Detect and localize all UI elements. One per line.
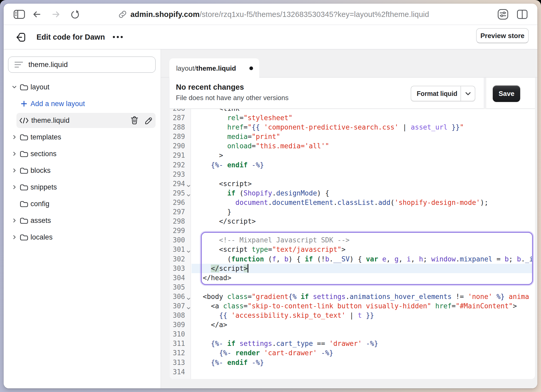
code-line-286[interactable]: <link <box>192 109 533 113</box>
code-line-291[interactable]: > <box>192 151 533 160</box>
delete-file-button[interactable] <box>130 112 139 129</box>
folder-icon <box>20 150 28 158</box>
chevron-right-icon <box>11 134 17 140</box>
sidebar-item-assets[interactable]: assets <box>4 212 161 229</box>
format-liquid-button[interactable]: Format liquid <box>411 86 475 102</box>
sidebar-item-snippets[interactable]: snippets <box>4 179 161 195</box>
code-line-310[interactable] <box>192 329 533 339</box>
sidebar-item-layout[interactable]: layout <box>4 79 161 95</box>
line-number: 287 <box>170 113 191 123</box>
forward-button[interactable] <box>48 4 64 25</box>
format-liquid-label: Format liquid <box>411 86 460 101</box>
code-line-290[interactable]: onload="this.media='all'" <box>192 141 533 151</box>
chevron-right-icon[interactable] <box>11 229 17 246</box>
code-line-304[interactable]: </head> <box>192 273 533 283</box>
action-label: Add a new layout <box>30 95 85 112</box>
code-line-306[interactable]: <body class="gradient{% if settings.anim… <box>192 292 533 301</box>
chevron-right-icon[interactable] <box>11 212 17 229</box>
chevron-right-icon[interactable] <box>11 179 17 195</box>
rename-file-button[interactable] <box>144 112 153 129</box>
exit-button[interactable] <box>14 31 28 44</box>
code-line-299[interactable] <box>192 226 533 235</box>
code-editor[interactable]: 2862872882892902912922932942952962972982… <box>170 109 535 379</box>
file-label: theme.liquid <box>31 112 70 129</box>
line-number: 310 <box>170 329 191 339</box>
code-line-302[interactable]: (function (f, b) { if (!b.__SV) { var e,… <box>192 254 533 264</box>
code-line-297[interactable]: } <box>192 207 533 217</box>
code-line-311[interactable]: {%- if settings.cart_type == 'drawer' -%… <box>192 339 533 348</box>
sidebar-item-locales[interactable]: locales <box>4 229 161 246</box>
file-search-input[interactable]: theme.liquid <box>8 57 156 73</box>
code-line-303[interactable]: </script> <box>192 264 533 273</box>
line-number: 314 <box>170 367 191 377</box>
plus-icon <box>20 100 28 107</box>
tab-theme-liquid[interactable]: layout/theme.liquid <box>169 58 259 78</box>
link-icon <box>118 10 127 19</box>
browser-toolbar: admin.shopify.com/store/rzq1xu-f5/themes… <box>4 4 537 25</box>
chevron-down-icon[interactable] <box>11 79 17 95</box>
folder-icon <box>20 217 28 224</box>
preview-store-button[interactable]: Preview store <box>476 28 529 43</box>
reload-icon <box>70 9 81 20</box>
address-bar[interactable]: admin.shopify.com/store/rzq1xu-f5/themes… <box>118 4 429 25</box>
save-button[interactable]: Save <box>493 85 520 102</box>
folder-label: snippets <box>30 179 57 195</box>
chevron-right-icon[interactable] <box>11 129 17 145</box>
code-line-309[interactable]: </a> <box>192 320 533 329</box>
more-actions-button[interactable] <box>110 30 126 44</box>
sidebar-item-sections[interactable]: sections <box>4 145 161 162</box>
browser-window: admin.shopify.com/store/rzq1xu-f5/themes… <box>4 4 537 388</box>
split-view-button[interactable] <box>515 4 530 25</box>
code-line-287[interactable]: rel="stylesheet" <box>192 113 533 123</box>
unsaved-dot <box>249 66 253 70</box>
back-button[interactable] <box>29 4 45 25</box>
code-line-292[interactable]: {%- endif -%} <box>192 160 533 170</box>
format-liquid-dropdown[interactable] <box>460 86 475 101</box>
code-line-314[interactable] <box>192 367 533 377</box>
sidebar-item-templates[interactable]: templates <box>4 129 161 145</box>
sidebar-item-blocks[interactable]: blocks <box>4 162 161 179</box>
fold-chevron-icon <box>186 249 191 254</box>
folder-label: locales <box>30 229 53 246</box>
chevron-right-icon[interactable] <box>11 162 17 179</box>
line-number: 301 <box>170 245 191 254</box>
chevron-down-icon <box>465 92 471 96</box>
code-line-305[interactable] <box>192 283 533 292</box>
line-number: 303 <box>170 264 191 273</box>
code-line-301[interactable]: <script type="text/javascript"> <box>192 245 533 254</box>
version-heading: No recent changes <box>176 83 288 91</box>
code-line-307[interactable]: <a class="skip-to-content-link button vi… <box>192 301 533 311</box>
chevron-right-icon[interactable] <box>11 145 17 162</box>
sidebar-item-theme-liquid[interactable]: theme.liquid <box>4 112 161 129</box>
chevron-right-icon <box>11 234 17 240</box>
code-line-288[interactable]: href="{{ 'component-predictive-search.cs… <box>192 123 533 132</box>
line-number: 312 <box>170 348 191 358</box>
code-line-298[interactable]: </script> <box>192 217 533 226</box>
pencil-icon <box>144 116 153 125</box>
line-number: 294 <box>170 179 191 188</box>
text-cursor <box>248 264 248 273</box>
code-line-295[interactable]: if (Shopify.designMode) { <box>192 188 533 198</box>
code-line-289[interactable]: media="print" <box>192 132 533 141</box>
line-number: 307 <box>170 301 191 311</box>
line-number: 298 <box>170 217 191 226</box>
code-line-312[interactable]: {%- render 'cart-drawer' -%} <box>192 348 533 358</box>
code-line-293[interactable] <box>192 170 533 179</box>
code-line-313[interactable]: {%- endif -%} <box>192 358 533 367</box>
sidebar-toggle-button[interactable] <box>10 4 28 25</box>
tab-bar: layout/theme.liquid <box>161 50 537 78</box>
code-line-294[interactable]: <script> <box>192 179 533 188</box>
line-number: 295 <box>170 188 191 198</box>
editor-pane: layout/theme.liquid No recent changes Fi… <box>161 50 537 388</box>
forward-icon <box>51 9 61 19</box>
page-settings-button[interactable] <box>496 4 510 25</box>
trash-icon <box>130 116 139 125</box>
folder-icon <box>20 234 28 241</box>
code-line-296[interactable]: document.documentElement.classList.add('… <box>192 198 533 207</box>
sidebar-item-config[interactable]: config <box>4 195 161 212</box>
reload-button[interactable] <box>67 4 83 25</box>
code-content[interactable]: <link rel="stylesheet" href="{{ 'compone… <box>192 109 533 377</box>
code-line-300[interactable]: <!-- Mixpanel Javascript SDK --> <box>192 235 533 245</box>
sidebar-action-add-a-new-layout[interactable]: Add a new layout <box>4 95 161 112</box>
code-line-308[interactable]: {{ 'accessibility.skip_to_text' | t }} <box>192 311 533 320</box>
